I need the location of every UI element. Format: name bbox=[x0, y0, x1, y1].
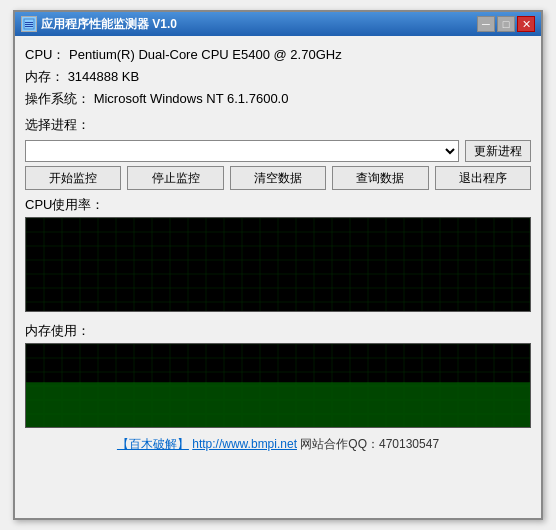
window-content: CPU： Pentium(R) Dual-Core CPU E5400 @ 2.… bbox=[15, 36, 541, 461]
os-value: Microsoft Windows NT 6.1.7600.0 bbox=[94, 91, 289, 106]
query-data-button[interactable]: 查询数据 bbox=[332, 166, 428, 190]
update-process-button[interactable]: 更新进程 bbox=[465, 140, 531, 162]
memory-label: 内存： bbox=[25, 69, 64, 84]
main-window: 应用程序性能监测器 V1.0 ─ □ ✕ CPU： Pentium(R) Dua… bbox=[13, 10, 543, 520]
exit-button[interactable]: 退出程序 bbox=[435, 166, 531, 190]
memory-info-line: 内存： 3144888 KB bbox=[25, 66, 531, 88]
title-controls: ─ □ ✕ bbox=[477, 16, 535, 32]
cpu-chart-label: CPU使用率： bbox=[25, 196, 531, 214]
footer-extra: 网站合作QQ：470130547 bbox=[300, 437, 439, 451]
window-title: 应用程序性能监测器 V1.0 bbox=[41, 16, 177, 33]
svg-rect-1 bbox=[25, 22, 33, 23]
clear-data-button[interactable]: 清空数据 bbox=[230, 166, 326, 190]
cpu-info-line: CPU： Pentium(R) Dual-Core CPU E5400 @ 2.… bbox=[25, 44, 531, 66]
app-icon bbox=[21, 16, 37, 32]
maximize-button[interactable]: □ bbox=[497, 16, 515, 32]
os-label: 操作系统： bbox=[25, 91, 90, 106]
mem-chart-container bbox=[25, 343, 531, 428]
process-select-row: 更新进程 bbox=[25, 140, 531, 162]
stop-monitor-button[interactable]: 停止监控 bbox=[127, 166, 223, 190]
svg-rect-3 bbox=[25, 26, 33, 27]
memory-value: 3144888 KB bbox=[68, 69, 140, 84]
start-monitor-button[interactable]: 开始监控 bbox=[25, 166, 121, 190]
title-bar: 应用程序性能监测器 V1.0 ─ □ ✕ bbox=[15, 12, 541, 36]
mem-canvas bbox=[26, 344, 531, 428]
cpu-canvas bbox=[26, 218, 531, 312]
footer-link[interactable]: 【百木破解】 bbox=[117, 437, 189, 451]
process-row: 选择进程： bbox=[25, 116, 531, 134]
process-dropdown[interactable] bbox=[25, 140, 459, 162]
footer-url[interactable]: http://www.bmpi.net bbox=[192, 437, 297, 451]
action-buttons-row: 开始监控 停止监控 清空数据 查询数据 退出程序 bbox=[25, 166, 531, 190]
mem-chart-label: 内存使用： bbox=[25, 322, 531, 340]
cpu-chart-container bbox=[25, 217, 531, 312]
os-info-line: 操作系统： Microsoft Windows NT 6.1.7600.0 bbox=[25, 88, 531, 110]
title-bar-left: 应用程序性能监测器 V1.0 bbox=[21, 16, 177, 33]
cpu-value: Pentium(R) Dual-Core CPU E5400 @ 2.70GHz bbox=[69, 47, 342, 62]
cpu-label: CPU： bbox=[25, 47, 65, 62]
close-button[interactable]: ✕ bbox=[517, 16, 535, 32]
svg-rect-2 bbox=[25, 24, 33, 25]
process-label: 选择进程： bbox=[25, 116, 90, 134]
footer: 【百木破解】 http://www.bmpi.net 网站合作QQ：470130… bbox=[25, 436, 531, 453]
minimize-button[interactable]: ─ bbox=[477, 16, 495, 32]
